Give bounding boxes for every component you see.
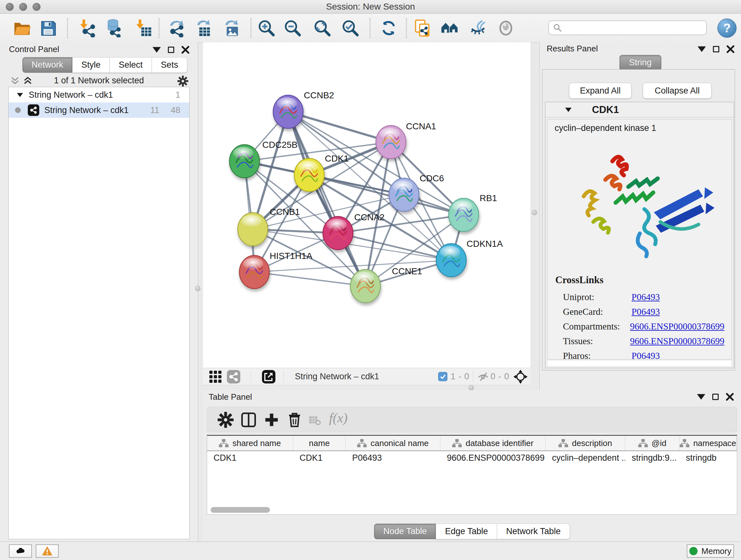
tab-edge-table[interactable]: Edge Table [436, 523, 497, 539]
crosslink-row-genecard: GeneCard:P06493 [555, 304, 724, 319]
zoom-out-icon[interactable] [283, 19, 302, 37]
horizontal-scrollbar[interactable] [211, 507, 270, 513]
expand-all-button[interactable]: Expand All [569, 83, 631, 99]
grid-view-icon[interactable] [209, 368, 222, 385]
tab-network-table[interactable]: Network Table [497, 523, 570, 539]
collapse-all-button[interactable]: Collapse All [643, 83, 712, 99]
zoom-selected-icon[interactable] [341, 19, 360, 37]
help-icon[interactable]: ? [718, 18, 737, 38]
node-ccna1[interactable] [376, 125, 406, 159]
float-panel-icon[interactable] [697, 393, 705, 401]
open-session-icon[interactable] [13, 19, 31, 37]
cell-name[interactable]: CDK1 [293, 453, 346, 463]
birds-eye-view-icon[interactable] [513, 368, 528, 385]
show-columns-icon[interactable] [240, 412, 257, 428]
crosslink-link[interactable]: P06493 [631, 292, 660, 302]
import-network-database-icon[interactable] [105, 19, 123, 37]
selected-checkbox-icon[interactable] [438, 368, 448, 385]
network-graph[interactable]: CCNB2CCNA1CDC25BCDK1CDC6RB1CCNB1CCNA2CDK… [203, 43, 530, 368]
warnings-button[interactable] [36, 544, 59, 558]
maximize-panel-icon[interactable] [713, 46, 719, 52]
crosslink-link[interactable]: P06493 [631, 351, 660, 360]
tab-network[interactable]: Network [22, 57, 72, 73]
network-collection-row[interactable]: String Network – cdk1 1 [9, 87, 189, 103]
zoom-in-icon[interactable] [257, 19, 276, 37]
memory-button[interactable]: Memory [687, 544, 734, 558]
cell-namespace[interactable]: stringdb [679, 453, 737, 463]
column-header-database-identifier[interactable]: database identifier [441, 436, 546, 450]
tab-sets[interactable]: Sets [152, 57, 187, 73]
float-panel-icon[interactable] [697, 45, 706, 53]
import-table-file-icon[interactable] [134, 19, 152, 37]
export-network-icon[interactable] [167, 19, 186, 37]
node-table[interactable]: shared namenamecanonical namedatabase id… [207, 435, 737, 515]
maximize-panel-icon[interactable] [712, 394, 719, 400]
close-panel-icon[interactable] [181, 46, 190, 54]
collection-expanded-icon[interactable] [17, 93, 23, 97]
delete-column-icon[interactable] [286, 412, 303, 428]
node-hist1h1a[interactable] [239, 255, 269, 289]
zoom-fit-icon[interactable] [313, 19, 332, 37]
bottom-splitter-handle[interactable] [468, 385, 474, 390]
add-column-icon[interactable] [263, 412, 280, 428]
search-input[interactable] [548, 20, 707, 35]
crosslink-link[interactable]: 9606.ENSP00000378699 [630, 321, 724, 332]
tab-select[interactable]: Select [110, 57, 152, 73]
cloud-button[interactable] [9, 544, 32, 558]
node-cdc6[interactable] [389, 178, 419, 211]
float-panel-icon[interactable] [152, 46, 161, 54]
column-header-name[interactable]: name [293, 436, 346, 450]
node-cdc25b[interactable] [229, 145, 259, 178]
cell-description[interactable]: cyclin–dependent ... [546, 453, 625, 463]
column-header-id[interactable]: @id [625, 436, 679, 450]
show-all-icon[interactable] [496, 19, 515, 37]
node-cdk1[interactable] [294, 159, 324, 192]
cell-shared-name[interactable]: CDK1 [207, 453, 293, 463]
cell-canonical-name[interactable]: P06493 [346, 453, 441, 463]
column-header-shared-name[interactable]: shared name [207, 436, 293, 450]
column-header-canonical-name[interactable]: canonical name [346, 436, 441, 450]
refresh-icon[interactable] [380, 19, 398, 37]
node-ccne1[interactable] [350, 269, 381, 303]
tab-string[interactable]: String [619, 55, 662, 71]
hide-selected-icon[interactable] [469, 19, 488, 37]
tab-style[interactable]: Style [72, 57, 110, 73]
right-splitter-handle[interactable] [532, 210, 537, 215]
node-label-ccna1: CCNA1 [406, 121, 436, 131]
import-network-file-icon[interactable] [78, 19, 96, 37]
column-tree-icon [680, 439, 689, 448]
open-in-window-icon[interactable] [262, 368, 276, 385]
network-row-selected[interactable]: String Network – cdk1 11 48 [9, 103, 189, 118]
node-ccna2[interactable] [323, 216, 353, 250]
save-session-icon[interactable] [39, 19, 57, 37]
cell-database-identifier[interactable]: 9606.ENSP00000378699 [441, 453, 546, 463]
clone-network-icon[interactable] [413, 19, 431, 37]
export-image-icon[interactable] [223, 19, 241, 37]
export-table-icon[interactable] [195, 19, 213, 37]
tab-node-table[interactable]: Node Table [374, 523, 436, 539]
first-neighbors-icon[interactable] [441, 19, 459, 37]
column-header-description[interactable]: description [546, 436, 625, 450]
column-header-namespace[interactable]: namespace [679, 436, 737, 450]
gene-expanded-icon[interactable] [565, 108, 571, 112]
table-settings-gear-icon[interactable] [217, 412, 234, 428]
crosslink-link[interactable]: P06493 [631, 307, 660, 317]
crosslink-row-uniprot: Uniprot:P06493 [555, 290, 724, 304]
string-view-icon[interactable] [226, 368, 241, 385]
close-panel-icon[interactable] [726, 393, 734, 401]
table-row[interactable]: CDK1CDK1P064939606.ENSP00000378699cyclin… [207, 451, 737, 464]
network-options-gear-icon[interactable] [178, 76, 188, 86]
node-ccnb2[interactable] [273, 95, 303, 128]
node-rb1[interactable] [449, 198, 479, 232]
gene-header[interactable]: CDK1 [545, 102, 734, 118]
left-splitter-handle[interactable] [195, 286, 200, 291]
maximize-panel-icon[interactable] [168, 47, 174, 53]
close-panel-icon[interactable] [726, 45, 735, 53]
node-ccnb1[interactable] [238, 212, 268, 246]
table-panel: Table Panel f(x) shared namenamecanonica… [203, 390, 741, 542]
cell-id[interactable]: stringdb:9... [625, 453, 679, 463]
crosslink-link[interactable]: 9606.ENSP00000378699 [630, 336, 724, 347]
network-view-title: String Network – cdk1 [295, 368, 379, 385]
node-cdkn1a[interactable] [436, 244, 466, 277]
network-canvas[interactable]: CCNB2CCNA1CDC25BCDK1CDC6RB1CCNB1CCNA2CDK… [203, 43, 530, 368]
